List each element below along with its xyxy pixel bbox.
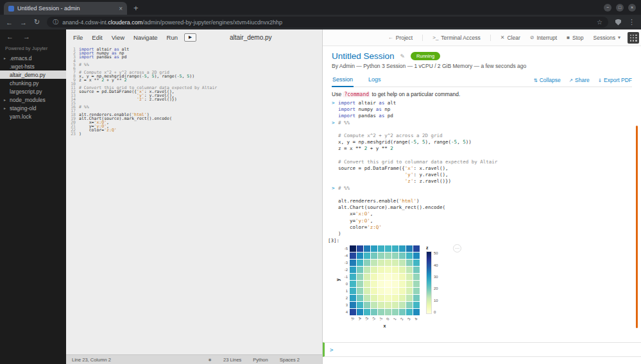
code-lines[interactable]: 1import altair as alt2import numpy as np…: [66, 47, 322, 136]
console-text: [338, 126, 341, 132]
heatmap-cell: [413, 267, 420, 273]
browser-menu-icon[interactable]: ⋮: [628, 18, 635, 26]
apps-grid-icon[interactable]: [628, 32, 639, 44]
heatmap-cell: [378, 267, 384, 273]
console-text: y='y:O',: [338, 218, 373, 224]
console-line: y='y:O',: [332, 218, 632, 224]
heatmap-cell: [399, 260, 406, 266]
console-line: 'z': z.ravel()}): [332, 178, 632, 185]
close-window-button[interactable]: ×: [628, 4, 636, 12]
toolbar-stop-button[interactable]: ■Stop: [567, 35, 583, 41]
screen: { "browser": { "tab_title": "Untitled Se…: [0, 0, 641, 364]
file-label: .emacs.d: [10, 55, 32, 62]
menu-view[interactable]: View: [112, 34, 124, 41]
heatmap-cell: [364, 274, 370, 280]
language-mode[interactable]: Python: [253, 357, 268, 363]
heatmap-cell: [413, 260, 420, 266]
bookmark-star-icon[interactable]: ☆: [597, 19, 603, 26]
console-line: ># %%: [332, 185, 632, 192]
heatmap-cell: [357, 274, 363, 280]
x-tick-label: 1: [392, 317, 399, 324]
session-pane: ←Project>_Terminal Access✕Clear⊘Interrup…: [322, 29, 641, 364]
export-icon: ⇓: [598, 78, 602, 83]
forward-icon[interactable]: →: [20, 19, 27, 26]
sidebar-nav: ← →: [0, 29, 66, 42]
file-item[interactable]: ▸node_modules: [0, 95, 66, 104]
menu-file[interactable]: File: [73, 34, 83, 41]
nav-back-icon[interactable]: ←: [6, 33, 13, 40]
tab-logs[interactable]: Logs: [368, 74, 382, 87]
indent-setting[interactable]: Spaces 2: [280, 357, 300, 363]
new-tab-button[interactable]: +: [133, 3, 139, 13]
maximize-button[interactable]: □: [616, 4, 624, 12]
run-button[interactable]: ▶: [184, 33, 196, 42]
editor-filename: altair_demo.py: [230, 34, 272, 41]
heatmap-cell: [350, 295, 356, 301]
heatmap-cell: [385, 274, 391, 280]
ellipsis-icon: ⋯: [455, 246, 459, 251]
x-tick-label: 2: [399, 317, 406, 324]
menu-edit[interactable]: Edit: [92, 34, 102, 41]
heatmap-cell: [350, 288, 356, 294]
x-tick-label: -5: [350, 317, 357, 324]
heatmap-cell: [413, 302, 420, 308]
toolbar-clear-button[interactable]: ✕Clear: [500, 35, 520, 41]
console-line: alt.renderers.enable('html'): [332, 198, 632, 204]
console-text: import pandas as pd: [338, 113, 393, 119]
menu-run[interactable]: Run: [167, 34, 178, 41]
status-star-icon[interactable]: ∗: [208, 357, 212, 363]
collapse-button[interactable]: ⇅Collapse: [533, 77, 560, 83]
code-text: 'z': z.ravel()}): [79, 97, 177, 101]
toolbar-terminal-button[interactable]: >_Terminal Access: [432, 35, 491, 41]
toolbar-interrupt-button[interactable]: ⊘Interrupt: [530, 35, 557, 41]
share-button[interactable]: ↗Share: [569, 77, 590, 83]
file-item[interactable]: ▸.emacs.d: [0, 54, 66, 62]
powered-by-label: Powered by Jupyter: [0, 42, 66, 54]
export-button[interactable]: ⇓Export PDF: [598, 77, 632, 83]
heatmap-cell: [364, 309, 370, 315]
terminal-icon: >_: [432, 35, 438, 40]
x-axis-title: x: [350, 324, 420, 328]
console-input[interactable]: >: [323, 342, 641, 357]
file-label: altair_demo.py: [10, 72, 46, 78]
heatmap-cell: [371, 295, 377, 301]
toolbar-project-button[interactable]: ←Project: [388, 35, 423, 41]
legend-tick-label: 20: [434, 286, 438, 290]
shield-icon[interactable]: [615, 19, 621, 26]
edit-pencil-icon[interactable]: ✎: [400, 53, 406, 60]
heatmap-cell: [406, 252, 413, 259]
console-text: x='x:O',: [338, 211, 373, 217]
nav-forward-icon[interactable]: →: [23, 33, 30, 40]
tab-close-icon[interactable]: ×: [119, 5, 123, 12]
address-bar[interactable]: ⓘ anand-4.cdsw-int.cloudera.com/admin/po…: [47, 17, 608, 28]
heatmap-cell: [413, 245, 420, 252]
browser-url-bar: ← → ↻ ⓘ anand-4.cdsw-int.cloudera.com/ad…: [0, 15, 641, 29]
browser-tab[interactable]: Untitled Session - admin ×: [4, 2, 127, 15]
menu-navigate[interactable]: Navigate: [133, 34, 158, 41]
folder-caret-icon: ▸: [4, 56, 8, 60]
reload-icon[interactable]: ↻: [34, 18, 40, 26]
heatmap-cell: [385, 288, 391, 294]
back-icon[interactable]: ←: [6, 19, 13, 26]
color-legend: z 50403020100: [426, 245, 438, 314]
console-line: z = x ** 2 + y ** 2: [332, 145, 632, 152]
tab-session[interactable]: Session: [332, 74, 354, 87]
file-item[interactable]: chunking.py: [0, 79, 66, 87]
toolbar-sessions-button[interactable]: Sessions▾: [593, 35, 620, 41]
toolbar-label: Project: [396, 35, 413, 41]
code-text: ): [79, 132, 81, 136]
scroll-indicator[interactable]: [636, 126, 638, 328]
site-info-icon[interactable]: ⓘ: [53, 18, 58, 26]
console-text: ): [338, 231, 341, 236]
console-text: z = x ** 2 + y ** 2: [338, 145, 393, 151]
minimize-button[interactable]: −: [604, 4, 611, 12]
console-line: import numpy as np: [332, 106, 632, 113]
file-item[interactable]: .wget-hsts: [0, 62, 66, 70]
file-item[interactable]: largescript.py: [0, 87, 66, 95]
heatmap-cell: [392, 309, 398, 315]
console-text: # Convert this grid to columnar data exp…: [338, 159, 497, 165]
editor-status-bar: Line 23, Column 2 ∗ 23 Lines Python Spac…: [66, 354, 322, 364]
file-item[interactable]: altair_demo.py: [0, 70, 66, 79]
file-item[interactable]: ▸staging-old: [0, 104, 66, 112]
file-item[interactable]: yarn.lock: [0, 112, 66, 120]
